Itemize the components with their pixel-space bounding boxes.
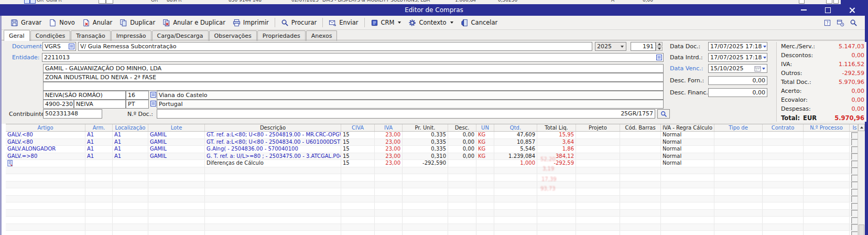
entity-lookup-icon[interactable] bbox=[656, 55, 662, 62]
column-header-total-liq-[interactable]: Total Liq. bbox=[537, 124, 576, 131]
column-header-desc-[interactable]: Desc. bbox=[448, 124, 476, 131]
scrollbar-up-button[interactable] bbox=[858, 124, 865, 131]
district-code-field[interactable]: 16 bbox=[126, 91, 149, 100]
date-dropdown-icon[interactable] bbox=[762, 68, 765, 70]
column-header-descri-o[interactable]: Descrição bbox=[205, 124, 341, 131]
desc-financ-field[interactable]: 0,00 bbox=[708, 88, 767, 97]
address-line2-field[interactable] bbox=[43, 82, 664, 91]
cell-qtd: 1.239,084 bbox=[494, 153, 537, 160]
toolbar-button-imprimir[interactable]: Imprimir bbox=[229, 18, 273, 28]
table-row[interactable] bbox=[6, 217, 865, 224]
toolbar-button-procurar[interactable]: Procurar bbox=[277, 18, 320, 28]
tab-propriedades[interactable]: Propriedades bbox=[257, 30, 306, 41]
tab-condi-es[interactable]: Condições bbox=[30, 30, 71, 41]
ndoc-search-button[interactable] bbox=[657, 109, 670, 119]
year-combo[interactable]: 2025 bbox=[595, 42, 626, 51]
entidade-field[interactable]: 2211013 bbox=[42, 53, 664, 62]
column-header-un[interactable]: UN bbox=[476, 124, 494, 131]
cell-pru: -292,590 bbox=[403, 160, 448, 167]
table-row[interactable] bbox=[6, 181, 865, 189]
table-row[interactable] bbox=[6, 188, 865, 196]
column-header-n-processo[interactable]: N.º Processo bbox=[804, 124, 850, 131]
toolbar-button-contexto[interactable]: Contexto bbox=[405, 18, 457, 28]
date-dropdown-icon[interactable] bbox=[763, 57, 766, 59]
cell-tot bbox=[537, 231, 576, 235]
toolbar-button-duplicar[interactable]: Duplicar bbox=[116, 18, 159, 28]
documento-type-combo[interactable]: VGRS bbox=[42, 42, 76, 51]
column-header-arm-[interactable]: Arm. bbox=[85, 124, 113, 131]
table-row[interactable] bbox=[6, 210, 865, 217]
toolbar-button-anular-e-duplicar[interactable]: Anular e Duplicar bbox=[159, 18, 229, 28]
column-header-contrato[interactable]: Contrato bbox=[763, 124, 804, 131]
table-row[interactable]: Diferenças de Cálculo1523,00-292,5901,00… bbox=[6, 160, 865, 167]
table-row[interactable]: GALV.ALONGADORA1A1GAMILG.Alng( - 2504836… bbox=[6, 146, 865, 153]
toolbar-button-anular[interactable]: Anular bbox=[79, 18, 116, 28]
data-intrd-field[interactable]: 17/07/2025 17:18 bbox=[708, 53, 767, 62]
column-header-c-d-barras[interactable]: Cód. Barras bbox=[620, 124, 661, 131]
close-button[interactable] bbox=[840, 4, 864, 16]
column-header-pr-unit-[interactable]: Pr. Unit. bbox=[403, 124, 448, 131]
column-header-artigo[interactable]: Artigo bbox=[6, 124, 85, 131]
table-row[interactable]: GALV.=>80A1A1GAMILG. T. ref. a: U/L>=80 … bbox=[6, 153, 865, 161]
address-line1-field[interactable]: ZONA INDUSTRIAL DO NEIVA - 2ª FASE bbox=[43, 73, 664, 82]
scrollbar-thumb[interactable] bbox=[859, 225, 864, 235]
column-header-lote[interactable]: Lote bbox=[148, 124, 205, 131]
toolbar-button-cancelar[interactable]: Cancelar bbox=[457, 18, 502, 28]
document-number-field[interactable]: 191 bbox=[631, 42, 656, 51]
entity-name-field[interactable]: GAMIL - GALVANIZAÇÃO DO MINHO, LDA bbox=[43, 64, 664, 73]
tab-observa-es[interactable]: Observações bbox=[209, 30, 257, 41]
contribuinte-field[interactable]: 502331348 bbox=[43, 109, 102, 119]
column-header-civa[interactable]: CIVA bbox=[341, 124, 375, 131]
postal-code-field[interactable]: 4900-230 bbox=[43, 100, 74, 109]
tab-transa-o[interactable]: Transação bbox=[71, 30, 110, 41]
data-doc-field[interactable]: 17/07/2025 17:18 bbox=[708, 42, 767, 51]
column-header-iva[interactable]: IVA bbox=[375, 124, 403, 131]
column-header-tipo-de[interactable]: Tipo de bbox=[714, 124, 763, 131]
tab-geral[interactable]: Geral bbox=[4, 30, 30, 41]
table-row[interactable] bbox=[6, 167, 865, 175]
calendar-icon[interactable] bbox=[754, 65, 761, 72]
cell-regra: Normal bbox=[661, 139, 714, 146]
country-code-field[interactable]: PT bbox=[126, 100, 149, 109]
table-row[interactable] bbox=[6, 196, 865, 203]
cell-pru bbox=[403, 231, 448, 235]
toolbar-button-crm[interactable]: CRM bbox=[367, 18, 405, 28]
minimize-button[interactable] bbox=[791, 4, 816, 16]
column-header-iva-regra-c-lculo[interactable]: IVA - Regra Cálculo bbox=[661, 124, 714, 131]
column-header-projeto[interactable]: Projeto bbox=[576, 124, 620, 131]
postal-city-field[interactable]: NEIVA bbox=[74, 100, 126, 109]
tab-carga-descarga[interactable]: Carga/Descarga bbox=[152, 30, 209, 41]
district-lookup-icon[interactable] bbox=[150, 92, 156, 99]
documento-description-field[interactable]: V/ Guia Remessa Subcontratação bbox=[78, 42, 592, 51]
table-row[interactable] bbox=[6, 231, 865, 235]
stepper-down-button[interactable] bbox=[656, 47, 663, 51]
table-row[interactable]: GALV.<80A1A1GAMILGT. ref. a:L<80; U<80 -… bbox=[6, 132, 865, 139]
table-row[interactable]: GALV.<80A1A1GAMILGT. ref. a:L<80; U<80 -… bbox=[6, 139, 865, 146]
data-venc-field[interactable]: 15/10/2025 bbox=[708, 64, 767, 73]
maximize-button[interactable] bbox=[816, 4, 840, 16]
tab-anexos[interactable]: Anexos bbox=[306, 30, 338, 41]
ndoc-field[interactable]: 25GR/1757 bbox=[157, 109, 655, 119]
help-icon[interactable]: ? bbox=[823, 19, 831, 27]
cell-tipo bbox=[714, 224, 763, 231]
date-dropdown-icon[interactable] bbox=[763, 46, 766, 48]
toolbar-button-novo[interactable]: Novo bbox=[45, 18, 78, 28]
table-row[interactable] bbox=[6, 202, 865, 210]
vertical-scrollbar[interactable] bbox=[858, 124, 865, 235]
desc-forn-field[interactable]: 0,00 bbox=[708, 76, 767, 85]
toolbar-button-gravar[interactable]: Gravar bbox=[7, 18, 45, 28]
zoom-icon[interactable] bbox=[850, 19, 858, 27]
column-header-localiza-o[interactable]: Localização bbox=[113, 124, 148, 131]
table-row[interactable] bbox=[6, 174, 865, 181]
tab-impress-o[interactable]: Impressão bbox=[111, 30, 151, 41]
lookup-icon[interactable] bbox=[69, 44, 74, 51]
stepper-up-button[interactable] bbox=[656, 42, 663, 46]
cell-qtd: 1,000 bbox=[494, 160, 537, 167]
table-row[interactable] bbox=[6, 224, 865, 231]
column-header-qtd-[interactable]: Qtd. bbox=[494, 124, 537, 131]
country-lookup-icon[interactable] bbox=[150, 101, 156, 108]
cell-cbar bbox=[620, 231, 661, 235]
locality-field[interactable]: NEIVA(SÃO ROMÃO) bbox=[43, 91, 126, 100]
toolbar-button-enviar[interactable]: Enviar bbox=[325, 18, 362, 28]
recent-icon[interactable] bbox=[837, 19, 844, 27]
